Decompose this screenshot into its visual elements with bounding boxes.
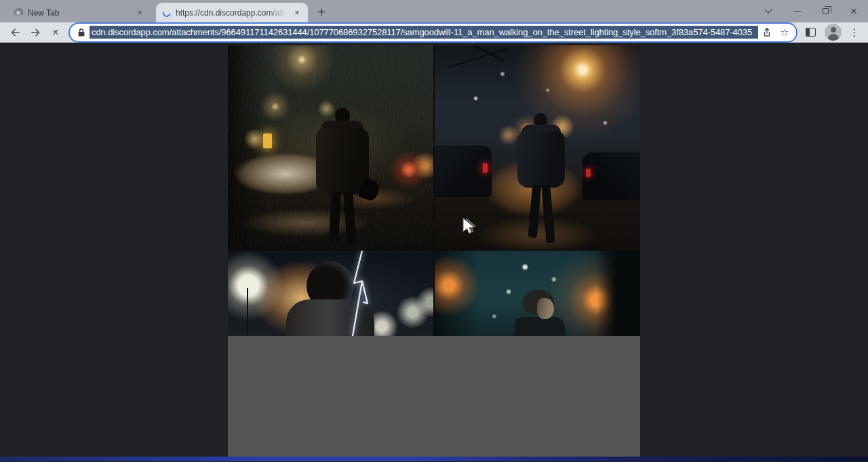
back-arrow-icon — [9, 27, 21, 38]
page-content — [0, 43, 868, 461]
shop-sign-glow — [263, 133, 272, 148]
man-coat-silhouette — [316, 128, 369, 194]
chrome-logo-icon — [14, 8, 23, 18]
lamp-pole — [247, 288, 248, 335]
toolbar: × cdn.discordapp.com/attachments/9664911… — [0, 22, 868, 43]
close-window-button[interactable]: × — [840, 0, 868, 22]
lightning-bolt — [347, 251, 374, 336]
tab-discord-cdn[interactable]: https://cdn.discordapp.com/atta × — [156, 3, 308, 22]
man-leg-silhouette — [528, 185, 542, 238]
forward-button[interactable] — [26, 23, 45, 42]
mouse-cursor — [462, 217, 479, 238]
side-panel-icon — [806, 28, 816, 37]
close-tab-icon[interactable]: × — [292, 7, 302, 18]
minimize-button[interactable] — [783, 0, 811, 22]
tab-title: https://cdn.discordapp.com/atta — [176, 8, 287, 18]
man-coat-silhouette — [517, 131, 565, 188]
image-quadrant-top-left — [228, 45, 433, 249]
man-profile-face — [537, 298, 554, 319]
parked-car-left — [435, 146, 492, 197]
share-icon — [762, 27, 772, 38]
tab-title: New Tab — [28, 8, 130, 18]
man-leg-silhouette — [329, 192, 341, 243]
attachment-image — [228, 45, 640, 457]
building-silhouette — [597, 251, 640, 339]
url-selection-highlight[interactable]: cdn.discordapp.com/attachments/966491171… — [90, 26, 758, 39]
maximize-button[interactable] — [811, 0, 840, 22]
man-shoulder-silhouette — [515, 317, 565, 337]
forward-arrow-icon — [30, 27, 41, 38]
parked-car-right — [583, 152, 640, 200]
man-leg-silhouette — [343, 192, 357, 247]
man-leg-silhouette — [541, 185, 555, 244]
bookmark-button[interactable]: ☆ — [776, 25, 793, 40]
taskbar-top-edge — [0, 457, 868, 461]
tab-strip: New Tab × https://cdn.discordapp.com/att… — [0, 0, 868, 22]
browser-window: New Tab × https://cdn.discordapp.com/att… — [0, 0, 868, 461]
close-tab-icon[interactable]: × — [134, 7, 145, 18]
restore-icon — [823, 8, 829, 14]
window-controls: × — [754, 0, 868, 22]
new-tab-button[interactable]: + — [312, 3, 331, 22]
profile-avatar[interactable] — [825, 24, 842, 41]
url-text[interactable]: cdn.discordapp.com/attachments/966491171… — [92, 27, 752, 37]
minimize-icon — [793, 11, 801, 12]
tab-search-button[interactable] — [754, 0, 783, 22]
lock-icon — [77, 28, 85, 37]
loading-spinner-icon — [161, 7, 172, 18]
address-bar[interactable]: cdn.discordapp.com/attachments/966491171… — [70, 24, 796, 41]
back-button[interactable] — [5, 23, 24, 42]
image-loading-placeholder — [228, 336, 640, 457]
bookmark-star-icon: ☆ — [780, 26, 789, 39]
browser-menu-button[interactable]: ⋮ — [846, 26, 863, 39]
stop-loading-button[interactable]: × — [46, 23, 65, 42]
share-button[interactable] — [758, 25, 776, 40]
tab-new-tab[interactable]: New Tab × — [7, 3, 151, 22]
chevron-down-icon — [764, 5, 772, 13]
side-panel-button[interactable] — [801, 23, 820, 42]
